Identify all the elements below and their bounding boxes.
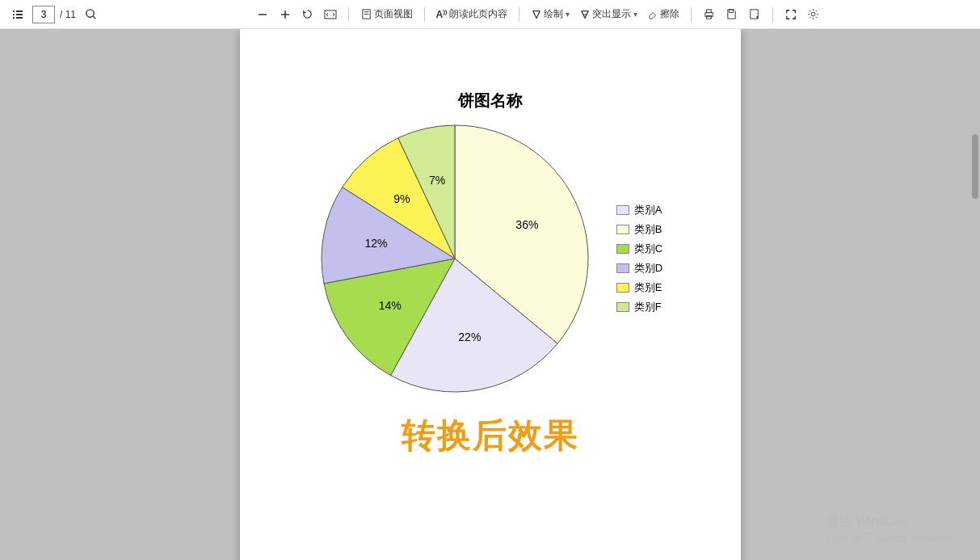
legend-item: 类别A [616,203,662,217]
pdf-viewer[interactable]: 饼图名称 36%22%14%12%9%7% 类别A类别B类别C类别D类别E类别F… [0,29,980,560]
windows-activation-watermark: 激活 Windows 转到"设置"以激活 Windows。 [826,512,964,545]
contents-icon[interactable] [8,5,27,24]
fit-page-icon[interactable] [321,5,340,24]
legend-item: 类别E [616,280,662,295]
rotate-icon[interactable] [298,5,318,24]
legend-label: 类别C [634,242,662,256]
svg-rect-6 [730,10,734,13]
legend-label: 类别E [634,280,662,295]
page-number-input[interactable] [32,6,55,23]
svg-rect-4 [707,10,712,13]
draw-button[interactable]: 绘制 ▾ [528,5,573,24]
legend-item: 类别C [616,242,662,256]
pdf-page: 饼图名称 36%22%14%12%9%7% 类别A类别B类别C类别D类别E类别F… [240,29,741,560]
svg-point-8 [811,12,815,16]
chart-legend: 类别A类别B类别C类别D类别E类别F [616,203,662,314]
legend-item: 类别D [616,261,662,276]
pie-slice-label: 36% [515,218,538,231]
pie-slice-label: 12% [365,237,388,250]
highlight-button[interactable]: 突出显示 ▾ [576,5,641,24]
pie-chart: 36%22%14%12%9%7% [318,121,592,396]
zoom-out-icon[interactable] [253,5,272,24]
chart-title: 饼图名称 [288,90,692,112]
zoom-in-icon[interactable] [275,5,295,24]
legend-item: 类别F [616,300,662,314]
read-aloud-button[interactable]: A)) 朗读此页内容 [433,5,511,24]
page-total: / 11 [60,9,76,20]
legend-swatch [616,302,629,312]
pie-slice-label: 14% [379,299,402,312]
fullscreen-icon[interactable] [781,5,801,24]
legend-label: 类别D [634,261,662,276]
search-icon[interactable] [81,5,100,24]
save-icon[interactable] [722,5,742,24]
print-icon[interactable] [700,5,719,24]
page-caption: 转换后效果 [402,413,579,458]
legend-label: 类别F [634,300,662,314]
svg-point-0 [86,10,93,17]
legend-swatch [616,205,629,215]
legend-label: 类别A [634,203,662,217]
legend-swatch [616,244,629,254]
page-view-button[interactable]: 页面视图 [357,5,416,24]
legend-swatch [616,283,629,293]
pie-slice-label: 22% [458,331,481,343]
pie-slice-label: 7% [429,174,445,187]
pdf-toolbar: / 11 页面视图 A)) 朗读此页内容 绘制 [0,0,980,29]
legend-label: 类别B [634,222,662,237]
legend-swatch [616,225,629,234]
legend-swatch [616,263,629,273]
note-icon[interactable] [745,5,764,24]
settings-icon[interactable] [804,5,823,24]
chevron-down-icon: ▾ [566,10,570,19]
scrollbar-thumb[interactable] [972,134,978,199]
legend-item: 类别B [616,222,662,237]
chevron-down-icon: ▾ [633,10,637,19]
erase-button[interactable]: 擦除 [644,5,683,24]
pie-slice-label: 9% [393,192,410,205]
